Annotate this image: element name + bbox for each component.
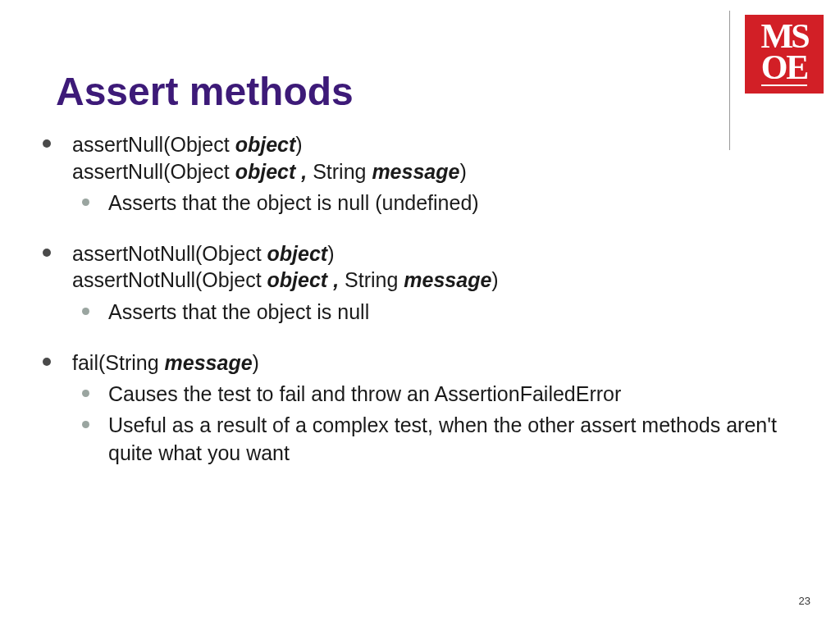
bullet-item: fail(String message) Causes the test to …	[36, 349, 799, 468]
logo-line-2: OE	[761, 52, 808, 86]
sub-list: Asserts that the object is null (undefin…	[72, 189, 799, 217]
method-sig: assertNotNull(Object object , String mes…	[72, 268, 499, 291]
bullet-list: assertNull(Object object) assertNull(Obj…	[36, 131, 799, 467]
slide-content: assertNull(Object object) assertNull(Obj…	[36, 131, 799, 490]
sub-item: Useful as a result of a complex test, wh…	[72, 412, 799, 468]
sub-list: Asserts that the object is null	[72, 299, 799, 326]
method-sig: assertNull(Object object)	[72, 133, 303, 156]
page-number: 23	[799, 595, 810, 607]
bullet-item: assertNull(Object object) assertNull(Obj…	[36, 131, 799, 217]
logo-divider	[729, 11, 730, 150]
sub-item: Causes the test to fail and throw an Ass…	[72, 381, 799, 409]
sub-item: Asserts that the object is null (undefin…	[72, 189, 799, 217]
slide-title: Assert methods	[56, 69, 354, 114]
method-sig: assertNotNull(Object object)	[72, 242, 335, 265]
sub-list: Causes the test to fail and throw an Ass…	[72, 381, 799, 467]
sub-item: Asserts that the object is null	[72, 299, 799, 326]
bullet-item: assertNotNull(Object object) assertNotNu…	[36, 240, 799, 326]
msoe-logo: MS OE	[745, 15, 824, 94]
logo-area: MS OE	[729, 15, 824, 150]
logo-line-1: MS	[761, 22, 808, 52]
method-sig: assertNull(Object object , String messag…	[72, 160, 467, 183]
method-sig: fail(String message)	[72, 351, 259, 374]
